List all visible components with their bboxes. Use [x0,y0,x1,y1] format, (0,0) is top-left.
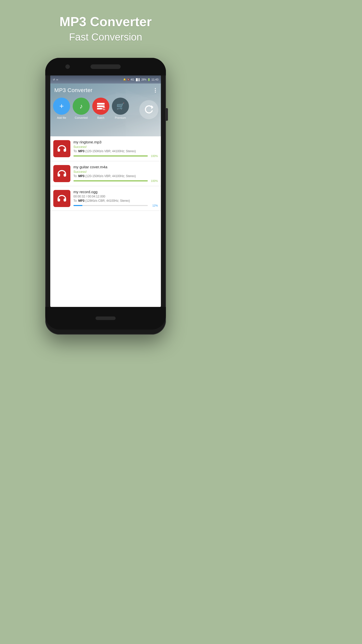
mute-icon: 🔇 [127,78,130,81]
premium-label: Premium [115,116,126,119]
file-item-2[interactable]: my guitar cover.m4a Success! To: MP3 (12… [50,161,161,186]
notification-icon: 🔔 [123,78,126,81]
refresh-convert-button[interactable] [139,100,158,119]
status-bar: ↺ ∞ 🔔 🔇 4G ▐▌▌ 28% 🔋 11:43 [50,75,161,84]
file-format-1: To: MP3 (120-150Kb/s VBR; 44100Hz; Stere… [73,149,158,153]
headphone-icon-2 [57,169,67,178]
converted-button[interactable]: ♪ Converted [72,98,90,119]
file-name-2: my guitar cover.m4a [73,165,158,169]
svg-rect-2 [97,105,105,107]
more-menu-icon[interactable] [154,87,157,94]
progress-row-2: 100% [73,179,158,182]
progress-fill-1 [73,155,148,156]
file-item-1[interactable]: my ringtone.mp3 Success! To: MP3 (120-15… [50,136,161,161]
file-info-3: my record.ogg 00:00:32 / 00:04:12.000 To… [73,190,158,207]
status-right-icons: 🔔 🔇 4G ▐▌▌ 28% 🔋 11:43 [123,78,158,81]
svg-rect-3 [97,108,102,109]
refresh-icon [143,104,155,116]
progress-bg-1 [73,155,148,156]
svg-text:+: + [104,108,105,110]
refresh-circle [139,100,158,119]
add-file-circle: + [53,98,70,115]
headphone-icon-3 [57,194,67,203]
app-title: MP3 Converter [54,87,93,94]
file-name-3: my record.ogg [73,190,158,194]
file-thumb-2 [53,165,70,182]
app-header: MP3 Converter + Add file ♪ [50,84,161,136]
progress-fill-2 [73,180,148,181]
converted-label: Converted [75,116,88,119]
phone-shell: ↺ ∞ 🔔 🔇 4G ▐▌▌ 28% 🔋 11:43 [45,58,166,335]
battery-pct: 28% [141,78,146,81]
hero-title: MP3 Converter [60,14,152,29]
batch-label: Batch [97,116,104,119]
phone-camera [65,64,70,69]
file-thumb-3 [53,190,70,207]
voicemail-icon: ∞ [56,78,58,81]
batch-button[interactable]: + Batch [92,98,110,119]
file-status-2: Success! [73,170,158,174]
file-name-1: my ringtone.mp3 [73,140,158,144]
svg-rect-1 [97,103,105,105]
file-format-2: To: MP3 (120-150Kb/s VBR; 44100Hz; Stere… [73,174,158,178]
battery-icon: 🔋 [147,78,150,81]
add-file-button[interactable]: + Add file [53,98,70,119]
phone-side-button-right [166,108,168,121]
phone-bottom-bar [45,307,166,330]
phone-speaker [90,64,121,69]
progress-pct-1: 100% [150,154,158,157]
add-icon: + [59,102,64,110]
phone-screen: ↺ ∞ 🔔 🔇 4G ▐▌▌ 28% 🔋 11:43 [50,75,161,307]
file-item-3[interactable]: my record.ogg 00:00:32 / 00:04:12.000 To… [50,186,161,211]
converted-icon: ♪ [80,102,83,110]
file-status-1: Success! [73,145,158,149]
header-top-row: MP3 Converter [50,84,161,94]
progress-bg-3 [73,205,148,206]
progress-pct-2: 100% [150,179,158,182]
headphone-icon-1 [57,144,67,153]
network-icon: 4G [131,78,134,81]
sync-icon: ↺ [53,78,55,81]
file-thumb-1 [53,140,70,157]
premium-button[interactable]: 🛒 Premium [112,98,129,119]
progress-fill-3 [73,205,82,206]
batch-icon: + [97,102,105,110]
progress-row-1: 100% [73,154,158,157]
batch-circle: + [92,98,109,115]
hero-subtitle: Fast Conversion [69,31,142,43]
file-format-3: To: MP3 (128Kb/s CBR; 44100Hz; Stereo) [73,199,158,203]
progress-pct-3: 12% [150,204,158,207]
file-info-2: my guitar cover.m4a Success! To: MP3 (12… [73,165,158,182]
progress-row-3: 12% [73,204,158,207]
status-left-icons: ↺ ∞ [53,78,58,81]
signal-icon: ▐▌▌ [135,78,140,81]
progress-bg-2 [73,180,148,181]
clock: 11:43 [151,78,158,81]
file-time-3: 00:00:32 / 00:04:12.000 [73,195,158,198]
cart-icon: 🛒 [116,102,124,110]
phone-home-button[interactable] [96,316,116,320]
premium-circle: 🛒 [112,98,129,115]
file-info-1: my ringtone.mp3 Success! To: MP3 (120-15… [73,140,158,157]
file-list: my ringtone.mp3 Success! To: MP3 (120-15… [50,136,161,211]
converted-circle: ♪ [73,98,90,115]
action-buttons-row: + Add file ♪ Converted [50,94,161,122]
phone-top-bar [45,58,166,75]
add-file-label: Add file [57,116,66,119]
svg-marker-6 [151,105,153,109]
